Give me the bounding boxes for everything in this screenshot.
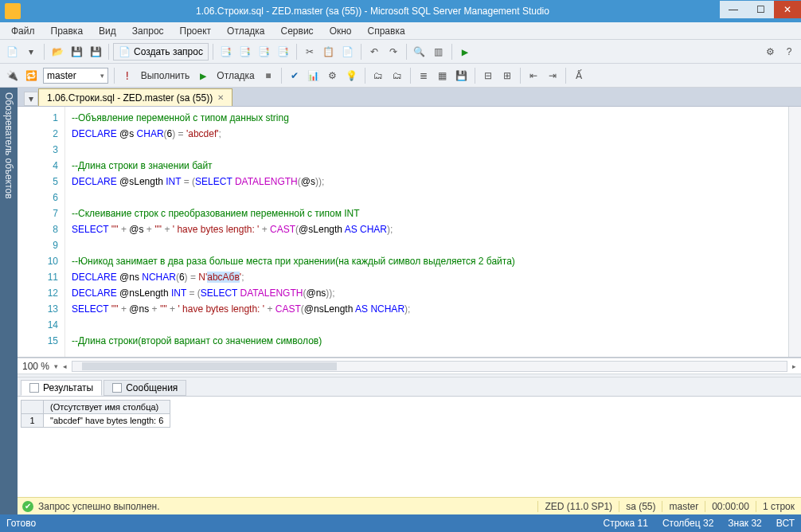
messages-tab[interactable]: Сообщения — [104, 380, 186, 396]
toolbar-sql: 🔌 🔁 master▾ ! Выполнить ▶ Отладка ■ ✔ 📊 … — [0, 64, 801, 88]
app-icon — [5, 3, 21, 19]
results-tab[interactable]: Результаты — [21, 380, 102, 396]
menu-сервис[interactable]: Сервис — [275, 24, 320, 38]
open-icon[interactable]: 📂 — [49, 43, 66, 61]
parse-icon[interactable]: ✔ — [286, 67, 303, 84]
paste-icon[interactable]: 📄 — [339, 43, 357, 61]
specify-values-icon[interactable]: Ấ — [570, 67, 588, 84]
execute-mark-icon[interactable]: ! — [119, 67, 136, 84]
menu-bar: ФайлПравкаВидЗапросПроектОтладкаСервисОк… — [0, 22, 801, 40]
database-selected: master — [47, 70, 76, 81]
tb-icon-4[interactable]: 📑 — [275, 43, 292, 61]
column-header[interactable]: (Отсутствует имя столбца) — [44, 401, 170, 414]
query-status-message: Запрос успешно выполнен. — [38, 501, 160, 512]
status-insert-mode: ВСТ — [776, 518, 795, 529]
options-icon[interactable]: ⚙ — [761, 43, 779, 61]
results-grid-icon[interactable]: ▦ — [434, 67, 451, 84]
line-gutter: 123456789101112131415 — [18, 107, 65, 357]
database-name: master — [662, 501, 705, 512]
query-status-strip: ✔ Запрос успешно выполнен. ZED (11.0 SP1… — [18, 497, 801, 514]
messages-icon — [112, 383, 122, 393]
connect-icon[interactable]: 🔌 — [3, 67, 21, 84]
stop-icon[interactable]: ■ — [260, 67, 277, 84]
editor-tab-label: 1.06.Строки.sql - ZED.master (sa (55)) — [47, 92, 213, 104]
indent-more-icon[interactable]: ⇥ — [544, 67, 561, 84]
login-name: sa (55) — [619, 501, 662, 512]
toolbar-main: 📄 ▾ 📂 💾 💾 📄Создать запрос 📑 📑 📑 📑 ✂ 📋 📄 … — [0, 40, 801, 64]
menu-окно[interactable]: Окно — [323, 24, 358, 38]
object-explorer-tab[interactable]: Обозреватель объектов — [0, 88, 18, 514]
redo-icon[interactable]: ↷ — [385, 43, 402, 61]
execute-button[interactable]: Выполнить — [138, 70, 193, 81]
database-selector[interactable]: master▾ — [43, 68, 108, 84]
intellisense-icon[interactable]: 💡 — [343, 67, 361, 84]
dropdown-icon[interactable]: ▾ — [22, 43, 40, 61]
menu-вид[interactable]: Вид — [92, 24, 123, 38]
status-bar: Готово Строка 11 Столбец 32 Знак 32 ВСТ — [0, 514, 801, 532]
status-ready: Готово — [6, 518, 36, 529]
code-editor[interactable]: 123456789101112131415 --Объявление перем… — [18, 107, 801, 358]
menu-отладка[interactable]: Отладка — [221, 24, 271, 38]
results-grid[interactable]: (Отсутствует имя столбца) 1"abcdef" have… — [18, 397, 801, 431]
results-tab-label: Результаты — [43, 382, 93, 393]
close-button[interactable]: ✕ — [774, 1, 801, 18]
help-icon[interactable]: ? — [780, 43, 798, 61]
include-plan-icon[interactable]: 🗂 — [369, 67, 387, 84]
results-text-icon[interactable]: ≣ — [415, 67, 432, 84]
save-all-icon[interactable]: 💾 — [87, 43, 104, 61]
debug-play-icon[interactable]: ▶ — [194, 67, 212, 84]
elapsed-time: 00:00:00 — [705, 501, 756, 512]
menu-правка[interactable]: Правка — [45, 24, 90, 38]
results-panel: Результаты Сообщения (Отсутствует имя ст… — [18, 377, 801, 497]
nav-icon[interactable]: ▥ — [430, 43, 447, 61]
include-stats-icon[interactable]: 🗂 — [389, 67, 406, 84]
comment-icon[interactable]: ⊟ — [479, 67, 497, 84]
results-file-icon[interactable]: 💾 — [453, 67, 471, 84]
change-connection-icon[interactable]: 🔁 — [22, 67, 40, 84]
query-options-icon[interactable]: ⚙ — [324, 67, 342, 84]
new-query-label: Создать запрос — [134, 46, 203, 57]
save-icon[interactable]: 💾 — [68, 43, 85, 61]
grid-icon — [29, 383, 39, 393]
editor-tabs: ▾ 1.06.Строки.sql - ZED.master (sa (55))… — [18, 88, 801, 107]
window-title: 1.06.Строки.sql - ZED.master (sa (55)) -… — [25, 6, 720, 17]
new-query-button[interactable]: 📄Создать запрос — [113, 43, 209, 61]
copy-icon[interactable]: 📋 — [320, 43, 338, 61]
debug-button[interactable]: Отладка — [213, 70, 257, 81]
menu-запрос[interactable]: Запрос — [126, 24, 170, 38]
menu-файл[interactable]: Файл — [5, 24, 41, 38]
status-line: Строка 11 — [604, 518, 648, 529]
server-name: ZED (11.0 SP1) — [537, 501, 619, 512]
minimize-button[interactable]: — — [720, 1, 747, 18]
object-explorer-label: Обозреватель объектов — [3, 92, 14, 199]
maximize-button[interactable]: ☐ — [747, 1, 774, 18]
messages-tab-label: Сообщения — [126, 382, 178, 393]
tb-icon-2[interactable]: 📑 — [236, 43, 254, 61]
find-icon[interactable]: 🔍 — [411, 43, 428, 61]
zoom-bar: 100 %▾ ◂ ▸ — [18, 358, 801, 374]
vertical-scrollbar[interactable] — [788, 107, 801, 357]
row-number[interactable]: 1 — [21, 414, 44, 428]
close-tab-icon[interactable]: ✕ — [217, 93, 224, 102]
indent-less-icon[interactable]: ⇤ — [525, 67, 542, 84]
row-count: 1 строк — [756, 501, 801, 512]
uncomment-icon[interactable]: ⊞ — [498, 67, 516, 84]
tb-icon-1[interactable]: 📑 — [217, 43, 235, 61]
menu-справка[interactable]: Справка — [361, 24, 412, 38]
new-project-icon[interactable]: 📄 — [3, 43, 21, 61]
undo-icon[interactable]: ↶ — [365, 43, 383, 61]
start-icon[interactable]: ▶ — [456, 43, 474, 61]
success-icon: ✔ — [22, 501, 33, 512]
editor-tab[interactable]: 1.06.Строки.sql - ZED.master (sa (55)) ✕ — [38, 88, 232, 106]
horizontal-scrollbar[interactable] — [72, 361, 787, 372]
table-row: 1"abcdef" have bytes length: 6 — [21, 414, 170, 428]
title-bar: 1.06.Строки.sql - ZED.master (sa (55)) -… — [0, 0, 801, 22]
cell-value[interactable]: "abcdef" have bytes length: 6 — [44, 414, 170, 428]
tab-menu-icon[interactable]: ▾ — [24, 92, 38, 106]
cut-icon[interactable]: ✂ — [301, 43, 318, 61]
zoom-value[interactable]: 100 % — [22, 361, 49, 372]
menu-проект[interactable]: Проект — [174, 24, 218, 38]
code-content[interactable]: --Объявление переменной с типом данных s… — [65, 107, 788, 357]
tb-icon-3[interactable]: 📑 — [256, 43, 273, 61]
estimated-plan-icon[interactable]: 📊 — [305, 67, 322, 84]
